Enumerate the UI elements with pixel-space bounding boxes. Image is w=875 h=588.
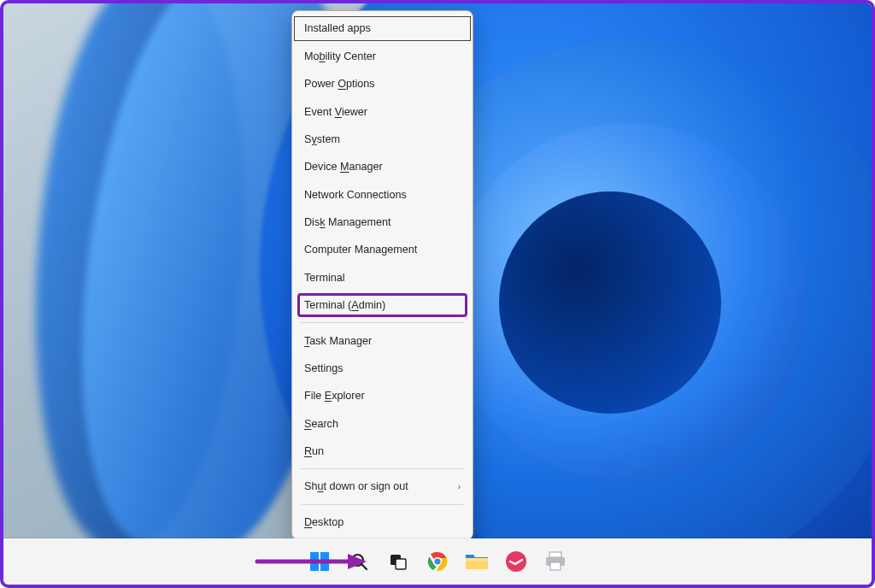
printer-icon bbox=[544, 551, 567, 572]
search-icon bbox=[349, 551, 369, 572]
menu-item-label: Network Connections bbox=[304, 189, 407, 201]
menu-item-label: Installed apps bbox=[304, 22, 371, 34]
menu-item-label: Device Manager bbox=[304, 161, 383, 173]
menu-item-settings[interactable]: Settings bbox=[292, 355, 473, 382]
menu-item-task_manager[interactable]: Task Manager bbox=[292, 326, 473, 354]
menu-item-installed_apps[interactable]: Installed apps bbox=[292, 15, 473, 42]
menu-item-system[interactable]: System bbox=[292, 126, 473, 153]
menu-item-label: Shut down or sign out bbox=[304, 480, 408, 492]
svg-point-17 bbox=[561, 559, 563, 561]
taskbar-round-app[interactable] bbox=[503, 549, 529, 574]
menu-separator bbox=[301, 504, 464, 505]
menu-item-label: Settings bbox=[304, 362, 344, 374]
menu-item-power_options[interactable]: Power Options bbox=[292, 70, 473, 97]
menu-item-label: File Explorer bbox=[304, 390, 365, 402]
round-app-icon bbox=[505, 550, 527, 573]
menu-item-file_explorer[interactable]: File Explorer bbox=[292, 382, 473, 409]
svg-rect-16 bbox=[550, 562, 561, 570]
menu-item-mobility_center[interactable]: Mobility Center bbox=[292, 43, 473, 70]
menu-separator bbox=[301, 468, 464, 469]
menu-item-label: Task Manager bbox=[304, 335, 372, 347]
svg-rect-2 bbox=[310, 562, 319, 571]
menu-item-label: Terminal bbox=[304, 272, 345, 284]
menu-item-label: Mobility Center bbox=[304, 50, 376, 62]
svg-rect-14 bbox=[549, 552, 561, 557]
svg-rect-7 bbox=[396, 559, 406, 569]
menu-item-label: Search bbox=[304, 418, 338, 430]
task-view-icon bbox=[388, 551, 408, 572]
file-explorer-icon bbox=[465, 551, 489, 572]
menu-item-run[interactable]: Run bbox=[292, 438, 473, 465]
svg-rect-0 bbox=[310, 552, 319, 561]
svg-rect-1 bbox=[320, 552, 329, 561]
start-right-click-menu[interactable]: Installed appsMobility CenterPower Optio… bbox=[291, 10, 473, 540]
svg-line-5 bbox=[362, 565, 367, 570]
taskbar-task-view[interactable] bbox=[385, 549, 411, 574]
menu-separator bbox=[301, 322, 464, 323]
svg-rect-3 bbox=[320, 562, 329, 571]
taskbar-printer[interactable] bbox=[543, 549, 568, 574]
menu-item-shut_down[interactable]: Shut down or sign out› bbox=[292, 473, 473, 500]
chrome-icon bbox=[426, 550, 449, 573]
taskbar-search[interactable] bbox=[346, 549, 372, 574]
taskbar-chrome[interactable] bbox=[425, 549, 450, 574]
menu-item-computer_management[interactable]: Computer Management bbox=[292, 236, 473, 263]
menu-item-search[interactable]: Search bbox=[292, 410, 473, 438]
menu-item-label: Run bbox=[304, 445, 324, 457]
menu-item-desktop[interactable]: Desktop bbox=[292, 509, 473, 536]
menu-item-network_connections[interactable]: Network Connections bbox=[292, 181, 473, 209]
menu-item-event_viewer[interactable]: Event Viewer bbox=[292, 97, 473, 125]
menu-item-label: Terminal (Admin) bbox=[304, 299, 385, 311]
menu-item-device_manager[interactable]: Device Manager bbox=[292, 153, 473, 180]
start-button[interactable] bbox=[307, 549, 332, 574]
svg-rect-12 bbox=[466, 558, 488, 561]
menu-item-disk_management[interactable]: Disk Management bbox=[292, 209, 473, 236]
chevron-right-icon: › bbox=[458, 482, 461, 491]
taskbar-file-explorer[interactable] bbox=[464, 549, 490, 574]
menu-item-label: Power Options bbox=[304, 78, 375, 90]
menu-item-terminal_admin[interactable]: Terminal (Admin) bbox=[292, 291, 473, 319]
taskbar bbox=[3, 538, 872, 585]
menu-item-label: Computer Management bbox=[304, 244, 417, 256]
menu-item-label: Event Viewer bbox=[304, 106, 367, 118]
menu-item-label: Desktop bbox=[304, 516, 344, 528]
svg-point-13 bbox=[506, 551, 526, 572]
menu-item-label: Disk Management bbox=[304, 216, 391, 228]
menu-item-terminal[interactable]: Terminal bbox=[292, 264, 473, 291]
start-button-icon bbox=[308, 550, 331, 573]
menu-item-label: System bbox=[304, 133, 340, 145]
